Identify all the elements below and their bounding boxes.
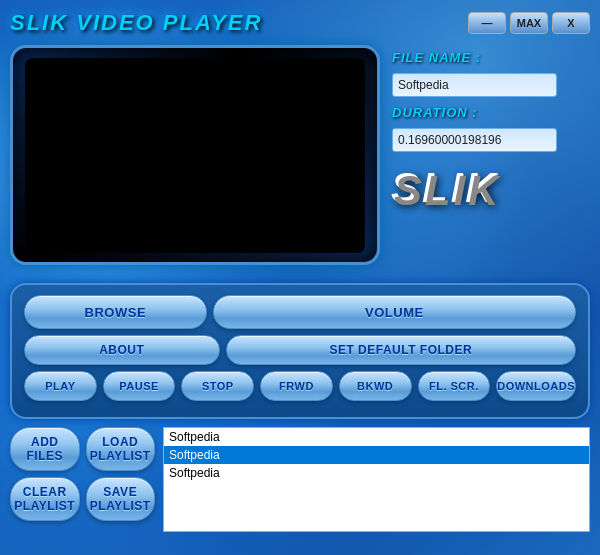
playlist-box[interactable]: SoftpediaSoftpediaSoftpedia xyxy=(163,427,590,532)
stop-button[interactable]: STOP xyxy=(181,371,254,401)
backward-button[interactable]: BKWD xyxy=(339,371,412,401)
fullscreen-button[interactable]: FL. SCR. xyxy=(418,371,491,401)
maximize-button[interactable]: MAX xyxy=(510,12,548,34)
playlist-item[interactable]: Softpedia xyxy=(164,428,589,446)
info-panel: FILE NAME : DURATION : SLIK xyxy=(392,45,590,275)
load-playlist-label: LOADPLAYLIST xyxy=(90,435,151,464)
file-name-input[interactable] xyxy=(392,73,557,97)
play-button[interactable]: PLAY xyxy=(24,371,97,401)
duration-input[interactable] xyxy=(392,128,557,152)
video-panel xyxy=(10,45,380,265)
clear-playlist-button[interactable]: CLEARPLAYLIST xyxy=(10,477,80,521)
duration-label: DURATION : xyxy=(392,105,590,120)
row-browse-volume: BROWSE VOLUME xyxy=(24,295,576,329)
file-name-label: FILE NAME : xyxy=(392,50,590,65)
minimize-button[interactable]: — xyxy=(468,12,506,34)
load-playlist-button[interactable]: LOADPLAYLIST xyxy=(86,427,156,471)
window-controls: — MAX X xyxy=(468,12,590,34)
volume-button[interactable]: VOLUME xyxy=(213,295,576,329)
slik-logo: SLIK xyxy=(392,165,590,213)
video-screen xyxy=(25,58,365,253)
browse-button[interactable]: BROWSE xyxy=(24,295,207,329)
set-default-folder-button[interactable]: SET DEFAULT FOLDER xyxy=(226,335,576,365)
controls-area: BROWSE VOLUME ABOUT SET DEFAULT FOLDER P… xyxy=(10,283,590,419)
about-button[interactable]: ABOUT xyxy=(24,335,220,365)
row-playback: PLAY PAUSE STOP FRWD BKWD FL. SCR. DOWNL… xyxy=(24,371,576,401)
playlist-item[interactable]: Softpedia xyxy=(164,446,589,464)
forward-button[interactable]: FRWD xyxy=(260,371,333,401)
save-playlist-label: SAVEPLAYLIST xyxy=(90,485,151,514)
app-title: SLIK VIDEO PLAYER xyxy=(10,10,262,36)
row-add-load: ADD FILES LOADPLAYLIST xyxy=(10,427,155,471)
close-button[interactable]: X xyxy=(552,12,590,34)
row-clear-save: CLEARPLAYLIST SAVEPLAYLIST xyxy=(10,477,155,521)
playlist-item[interactable]: Softpedia xyxy=(164,464,589,482)
add-files-button[interactable]: ADD FILES xyxy=(10,427,80,471)
pause-button[interactable]: PAUSE xyxy=(103,371,176,401)
save-playlist-button[interactable]: SAVEPLAYLIST xyxy=(86,477,156,521)
content-area: FILE NAME : DURATION : SLIK xyxy=(0,45,600,275)
bottom-area: ADD FILES LOADPLAYLIST CLEARPLAYLIST SAV… xyxy=(10,427,590,532)
clear-playlist-label: CLEARPLAYLIST xyxy=(14,485,75,514)
downloads-button[interactable]: DOWNLOADS xyxy=(496,371,576,401)
playlist-controls: ADD FILES LOADPLAYLIST CLEARPLAYLIST SAV… xyxy=(10,427,155,532)
row-about-default: ABOUT SET DEFAULT FOLDER xyxy=(24,335,576,365)
title-bar: SLIK VIDEO PLAYER — MAX X xyxy=(0,0,600,45)
